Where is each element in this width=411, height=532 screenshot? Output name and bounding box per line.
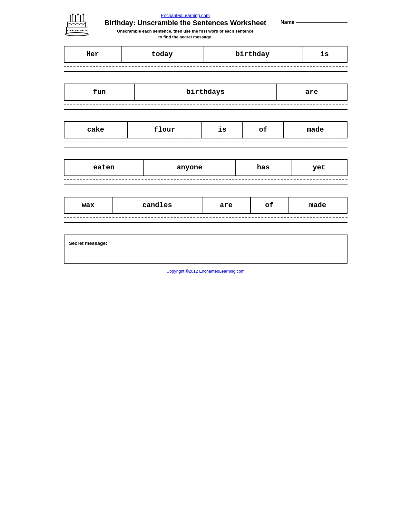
svg-point-11 [83, 14, 84, 15]
sentence-5: wax candles are of made [64, 197, 347, 225]
solid-line [64, 222, 347, 223]
writing-area-4 [64, 179, 347, 187]
word-cell: eaten [64, 159, 144, 176]
sentence-2: fun birthdays are [64, 84, 347, 112]
svg-point-6 [70, 15, 71, 17]
footer: Copyright ©2012 EnchantedLearning.com [64, 269, 347, 274]
name-label: Name [280, 19, 295, 25]
name-line [296, 22, 347, 23]
word-cell: is [302, 46, 347, 63]
header-text: EnchantedLearning.com Birthday: Unscramb… [93, 13, 277, 40]
solid-line [64, 185, 347, 185]
word-cell: of [243, 122, 284, 138]
word-cell: is [202, 122, 243, 138]
word-table-5: wax candles are of made [64, 197, 347, 214]
header: EnchantedLearning.com Birthday: Unscramb… [64, 13, 347, 40]
word-cell: are [276, 84, 347, 100]
dotted-line [64, 66, 347, 67]
word-cell: flour [127, 122, 202, 138]
word-table-3: cake flour is of made [64, 121, 347, 138]
secret-message-label: Secret message: [69, 240, 107, 246]
word-cell: birthdays [135, 84, 276, 100]
sentence-1: Her today birthday is [64, 46, 347, 74]
secret-message-box: Secret message: [64, 235, 347, 264]
sentence-3: cake flour is of made [64, 121, 347, 149]
site-link[interactable]: EnchantedLearning.com [93, 13, 277, 18]
word-table-2: fun birthdays are [64, 84, 347, 101]
dotted-line [64, 104, 347, 105]
cake-icon [64, 13, 90, 39]
svg-point-14 [65, 33, 88, 36]
word-cell: wax [64, 197, 113, 214]
writing-area-3 [64, 142, 347, 149]
writing-area-1 [64, 66, 347, 74]
solid-line [64, 71, 347, 72]
copyright-link[interactable]: Copyright [166, 269, 184, 274]
footer-site-link[interactable]: ©2012 EnchantedLearning.com [186, 269, 245, 274]
svg-point-8 [75, 15, 76, 17]
writing-area-2 [64, 104, 347, 112]
word-cell: has [235, 159, 291, 176]
dotted-line [64, 217, 347, 218]
name-field: Name [277, 13, 347, 25]
word-cell: cake [64, 122, 127, 138]
subtitle: Unscramble each sentence, then use the f… [93, 28, 277, 40]
svg-point-7 [72, 14, 73, 15]
word-cell: made [288, 197, 347, 214]
word-table-1: Her today birthday is [64, 46, 347, 63]
word-cell: are [202, 197, 250, 214]
dotted-line [64, 179, 347, 180]
word-cell: Her [64, 46, 122, 63]
word-cell: candles [112, 197, 202, 214]
solid-line [64, 109, 347, 110]
word-table-4: eaten anyone has yet [64, 159, 347, 176]
word-cell: anyone [144, 159, 235, 176]
writing-area-5 [64, 217, 347, 225]
word-cell: yet [291, 159, 347, 176]
sentence-4: eaten anyone has yet [64, 159, 347, 187]
page-title: Birthday: Unscramble the Sentences Works… [93, 19, 277, 27]
svg-point-9 [77, 14, 79, 15]
svg-point-10 [80, 15, 81, 17]
word-cell: birthday [203, 46, 302, 63]
word-cell: fun [64, 84, 135, 100]
solid-line [64, 147, 347, 147]
word-cell: today [121, 46, 203, 63]
word-cell: of [250, 197, 289, 214]
word-cell: made [284, 122, 347, 138]
dotted-line [64, 142, 347, 142]
